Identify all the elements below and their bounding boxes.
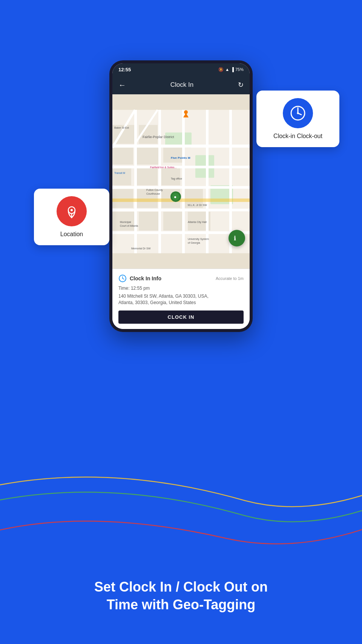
svg-rect-8 — [163, 148, 184, 163]
map-view: Fairlie-Poplar District Five Points M Fa… — [112, 94, 250, 269]
decorative-lines — [0, 455, 362, 569]
svg-text:ℹ: ℹ — [234, 235, 236, 241]
clock-info-panel: Clock In Info Accurate to 1m Time: 12:55… — [112, 269, 250, 329]
svg-text:Five Points M: Five Points M — [171, 156, 190, 160]
svg-point-59 — [71, 209, 73, 211]
svg-point-63 — [297, 112, 299, 114]
svg-rect-20 — [112, 144, 250, 148]
clock-info-title: Clock In Info — [130, 275, 161, 281]
svg-text:Memorial Dr SW: Memorial Dr SW — [131, 247, 151, 250]
svg-rect-17 — [139, 212, 160, 231]
bottom-headline: Set Clock In / Clock Out on Time with Ge… — [23, 578, 339, 614]
notification-icon: 🔕 — [218, 67, 224, 72]
location-icon — [64, 203, 80, 219]
clock-icon-small — [118, 274, 127, 283]
clock-address: 140 Mitchell St SW, Atlanta, GA 30303, U… — [118, 293, 244, 306]
map-svg: Fairlie-Poplar District Five Points M Fa… — [112, 94, 250, 269]
bottom-text-container: Set Clock In / Clock Out on Time with Ge… — [0, 578, 362, 614]
svg-text:Courthouse: Courthouse — [146, 192, 160, 195]
svg-text:Fairfield Inn & Suites...: Fairfield Inn & Suites... — [150, 166, 176, 169]
battery-icon: 75% — [235, 67, 244, 72]
svg-rect-26 — [158, 110, 161, 253]
svg-text:Transit M: Transit M — [114, 172, 125, 174]
app-bar: ← Clock In ↻ — [112, 75, 250, 94]
phone-mockup: 12:55 🔕 ▲ ▐ 75% ← Clock In ↻ — [109, 60, 253, 332]
svg-text:of Georgia: of Georgia — [188, 241, 200, 244]
app-title: Clock In — [170, 81, 193, 89]
location-icon-circle — [57, 196, 87, 226]
location-card-label: Location — [60, 231, 83, 238]
clockio-card-label: Clock-in Clock-out — [273, 133, 322, 140]
refresh-button[interactable]: ↻ — [238, 81, 244, 89]
clock-info-header: Clock In Info Accurate to 1m — [118, 274, 244, 283]
svg-text:M.L.K. Jr Dr SW: M.L.K. Jr Dr SW — [188, 204, 207, 206]
svg-line-57 — [123, 278, 124, 279]
svg-rect-25 — [134, 110, 137, 253]
svg-text:Baker St Ext: Baker St Ext — [114, 126, 129, 129]
svg-rect-24 — [112, 231, 250, 234]
signal-icon: ▐ — [231, 67, 234, 72]
svg-text:●: ● — [174, 194, 176, 200]
location-card: Location — [34, 189, 109, 245]
svg-rect-29 — [229, 110, 232, 253]
svg-rect-28 — [206, 110, 209, 253]
svg-rect-11 — [161, 168, 180, 185]
clockio-card: Clock-in Clock-out — [256, 91, 339, 147]
status-time: 12:55 — [118, 67, 131, 72]
svg-rect-18 — [163, 212, 184, 231]
status-bar: 12:55 🔕 ▲ ▐ 75% — [112, 63, 250, 75]
back-button[interactable]: ← — [118, 81, 126, 89]
svg-point-51 — [229, 230, 245, 246]
svg-rect-21 — [112, 166, 250, 168]
svg-rect-10 — [135, 168, 158, 185]
svg-text:Tag office: Tag office — [171, 177, 182, 180]
svg-rect-9 — [112, 168, 131, 185]
svg-text:Municipal: Municipal — [120, 221, 131, 224]
svg-rect-27 — [182, 110, 185, 253]
svg-rect-22 — [112, 186, 250, 189]
clock-in-button[interactable]: CLOCK IN — [118, 310, 244, 324]
clock-accuracy: Accurate to 1m — [216, 276, 244, 281]
wifi-icon: ▲ — [225, 67, 229, 72]
clock-time: Time: 12:55 pm — [118, 286, 244, 291]
status-icons: 🔕 ▲ ▐ 75% — [218, 67, 244, 72]
clockio-icon — [289, 104, 307, 122]
svg-text:Atlanta City Hall: Atlanta City Hall — [188, 221, 207, 224]
svg-point-54 — [184, 110, 188, 114]
svg-text:Court of Atlanta: Court of Atlanta — [120, 224, 138, 227]
svg-rect-23 — [112, 209, 250, 211]
svg-text:Fulton County: Fulton County — [146, 189, 163, 192]
svg-text:Fairlie-Poplar District: Fairlie-Poplar District — [143, 135, 174, 139]
clock-info-title-row: Clock In Info — [118, 274, 161, 283]
svg-rect-6 — [112, 148, 133, 164]
clockio-icon-circle — [283, 98, 313, 128]
svg-rect-7 — [137, 148, 160, 164]
svg-text:University System: University System — [188, 238, 209, 241]
svg-rect-32 — [112, 198, 250, 202]
